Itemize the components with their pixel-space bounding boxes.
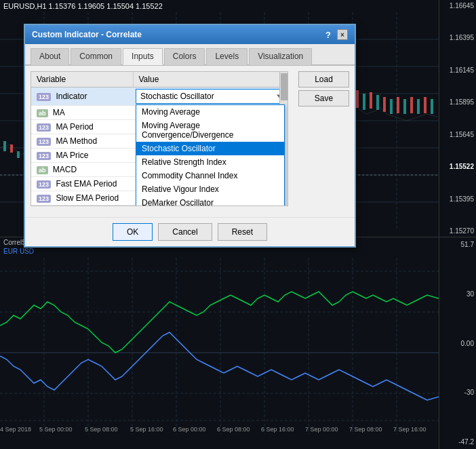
tab-common[interactable]: Common: [71, 48, 121, 65]
close-button[interactable]: ×: [337, 29, 348, 40]
svg-rect-70: [370, 92, 372, 109]
svg-rect-79: [431, 99, 433, 114]
bottom-y-5: -47.2: [441, 438, 474, 446]
svg-rect-72: [383, 97, 386, 112]
dropdown-item-6[interactable]: DeMarker Oscillator: [136, 196, 284, 206]
reset-button[interactable]: Reset: [218, 223, 267, 241]
svg-rect-73: [390, 99, 393, 114]
svg-rect-74: [397, 97, 399, 113]
indicator-dropdown: Stochastic Oscillator Moving Average Mov…: [136, 89, 285, 104]
y-label-6: 1.15522: [441, 163, 474, 170]
var-maprice-cell: 123 MA Price: [31, 149, 133, 163]
svg-text:6 Sep 00:00: 6 Sep 00:00: [173, 426, 206, 433]
scrollbar-thumb[interactable]: [281, 73, 287, 100]
type-badge-123: 123: [37, 93, 51, 101]
var-mamethod-label: MA Method: [56, 136, 97, 146]
var-ma-cell: ab MA: [31, 106, 133, 120]
dialog-title: Custom Indicator - Correlate: [32, 30, 142, 39]
bottom-y-1: 51.7: [441, 241, 474, 248]
y-label-2: 1.16395: [441, 34, 474, 41]
var-slowema-label: Slow EMA Period: [56, 193, 119, 203]
svg-text:7 Sep 16:00: 7 Sep 16:00: [393, 426, 427, 433]
var-ma-label: MA: [53, 108, 65, 117]
dropdown-item-0[interactable]: Moving Average: [136, 105, 284, 119]
svg-text:6 Sep 08:00: 6 Sep 08:00: [217, 426, 250, 433]
variable-table: Variable Value 123 Indicator: [31, 71, 288, 206]
svg-rect-76: [410, 97, 413, 113]
svg-rect-75: [403, 99, 406, 114]
y-label-1: 1.16645: [441, 2, 474, 9]
svg-rect-18: [17, 151, 20, 158]
bottom-chart: Correl$ Stochastic(14.1) -13.4:34.4 EUR …: [0, 237, 476, 449]
y-label-7: 1.15395: [441, 195, 474, 203]
bottom-y-2: 30: [441, 290, 474, 298]
var-fastema-label: Fast EMA Period: [56, 179, 117, 189]
cancel-button[interactable]: Cancel: [158, 223, 212, 241]
dropdown-item-5[interactable]: Relative Vigour Index: [136, 182, 284, 196]
svg-rect-69: [363, 94, 365, 110]
y-label-5: 1.15645: [441, 131, 474, 138]
save-button[interactable]: Save: [298, 90, 349, 106]
val-indicator-cell: Stochastic Oscillator Moving Average Mov…: [133, 87, 287, 106]
svg-text:5 Sep 16:00: 5 Sep 16:00: [130, 426, 163, 433]
bottom-chart-y-axis: 51.7 30 0.00 -30 -47.2: [439, 237, 476, 449]
dropdown-item-3[interactable]: Relative Strength Index: [136, 155, 284, 169]
type-badge-123e: 123: [37, 180, 51, 189]
var-indicator-label: Indicator: [56, 92, 87, 101]
col-value-header: Value: [133, 72, 287, 87]
svg-text:4 Sep 2018: 4 Sep 2018: [0, 426, 31, 433]
var-mamethod-cell: 123 MA Method: [31, 134, 133, 149]
var-maperiod-cell: 123 MA Period: [31, 120, 133, 134]
svg-rect-68: [356, 90, 359, 108]
type-badge-123c: 123: [37, 138, 51, 146]
tab-colors[interactable]: Colors: [164, 48, 205, 65]
pair-label: EUR USD: [0, 248, 476, 255]
bottom-chart-svg: 4 Sep 2018 5 Sep 00:00 5 Sep 08:00 5 Sep…: [0, 258, 439, 434]
var-indicator-cell: 123 Indicator: [31, 87, 133, 106]
table-row: 123 Indicator Stochastic Oscillator: [31, 87, 287, 106]
bottom-y-4: -30: [441, 389, 474, 396]
type-badge-123d: 123: [37, 152, 51, 160]
svg-rect-78: [424, 97, 427, 113]
dialog-title-buttons: ? ×: [325, 29, 348, 40]
dialog: Custom Indicator - Correlate ? × About C…: [24, 24, 356, 248]
dropdown-list: Moving Average Moving Average Convergenc…: [136, 104, 285, 206]
help-button[interactable]: ?: [325, 30, 331, 40]
dialog-body: Variable Value 123 Indicator: [25, 66, 355, 217]
dialog-titlebar: Custom Indicator - Correlate ? ×: [25, 25, 355, 44]
type-badge-123b: 123: [37, 123, 51, 132]
svg-text:5 Sep 08:00: 5 Sep 08:00: [85, 426, 118, 433]
bottom-buttons: OK Cancel Reset: [25, 217, 355, 246]
var-maperiod-label: MA Period: [56, 122, 93, 132]
chart-header: EURUSD,H1 1.15376 1.19605 1.15504 1.1552…: [0, 0, 476, 12]
y-label-4: 1.15895: [441, 98, 474, 106]
load-button[interactable]: Load: [298, 71, 349, 87]
var-macd-label: MACD: [53, 165, 77, 174]
indicator-select[interactable]: Stochastic Oscillator: [136, 89, 285, 104]
svg-text:7 Sep 00:00: 7 Sep 00:00: [305, 426, 338, 433]
dialog-tabs: About Common Inputs Colors Levels Visual…: [25, 44, 355, 66]
svg-rect-17: [10, 144, 13, 153]
dropdown-item-1[interactable]: Moving Average Convergence/Divergence: [136, 119, 284, 142]
var-macd-cell: ab MACD: [31, 163, 133, 177]
var-maprice-label: MA Price: [56, 151, 88, 160]
tab-about[interactable]: About: [31, 48, 69, 65]
svg-rect-16: [3, 141, 6, 151]
tab-visualization[interactable]: Visualization: [249, 48, 312, 65]
dropdown-item-4[interactable]: Commodity Channel Index: [136, 169, 284, 182]
svg-rect-71: [376, 95, 379, 110]
y-label-3: 1.16145: [441, 66, 474, 74]
type-badge-ab: ab: [37, 109, 48, 117]
var-fastemа-cell: 123 Fast EMA Period: [31, 177, 133, 191]
y-label-8: 1.15270: [441, 227, 474, 235]
svg-text:6 Sep 16:00: 6 Sep 16:00: [261, 426, 294, 433]
tab-levels[interactable]: Levels: [206, 48, 247, 65]
col-variable-header: Variable: [31, 72, 133, 87]
type-badge-ab2: ab: [37, 166, 48, 174]
bottom-y-3: 0.00: [441, 340, 474, 347]
svg-text:5 Sep 00:00: 5 Sep 00:00: [39, 426, 73, 433]
ok-button[interactable]: OK: [113, 223, 153, 241]
var-slowema-cell: 123 Slow EMA Period: [31, 191, 133, 206]
dropdown-item-2[interactable]: Stochastic Oscillator: [136, 142, 284, 155]
tab-inputs[interactable]: Inputs: [123, 48, 163, 65]
